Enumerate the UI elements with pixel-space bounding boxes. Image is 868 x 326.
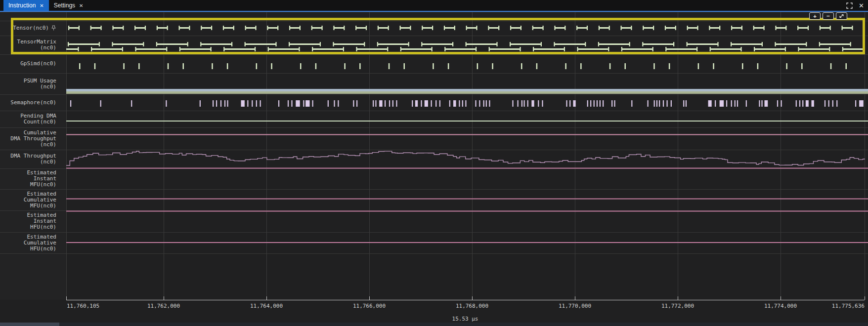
- row-label-text: Estimated Instant HFU(nc0): [27, 212, 56, 230]
- row-label-semaphore: Semaphore(nc0): [0, 94, 66, 111]
- row-label-cumhfu: Estimated Cumulative HFU(nc0): [0, 232, 66, 253]
- row-label-cummfu: Estimated Cumulative MFU(nc0): [0, 189, 66, 210]
- axis-tick-mark: [472, 296, 473, 300]
- fit-to-view-icon: [838, 13, 845, 19]
- row-label-instmfu: Estimated Instant MFU(nc0): [0, 168, 66, 189]
- zoom-out-button[interactable]: −: [823, 12, 834, 20]
- tab-instruction-close-icon[interactable]: ✕: [40, 3, 43, 8]
- row-label-insthfu: Estimated Instant HFU(nc0): [0, 210, 66, 232]
- axis-tick-label: 11,764,000: [250, 303, 283, 309]
- row-label-text: DMA Throughput (nc0): [10, 153, 56, 165]
- pin-icon[interactable]: [51, 25, 56, 31]
- axis-tick-mark: [865, 296, 865, 300]
- axis-tick-label: 11,762,000: [147, 303, 180, 309]
- row-label-text: GpSimd(nc0): [20, 61, 56, 67]
- zoom-fit-button[interactable]: [836, 12, 847, 20]
- tab-instruction-label: Instruction: [8, 2, 36, 9]
- axis-tick-mark: [66, 296, 67, 300]
- tab-settings-label: Settings: [54, 2, 75, 9]
- axis-tick-label: 11,766,000: [353, 303, 386, 309]
- window-controls: ✕: [846, 0, 864, 11]
- duration-label: 15.53 μs: [452, 316, 478, 322]
- axis-tick-mark: [781, 296, 781, 300]
- axis-tick-mark: [266, 296, 267, 300]
- row-label-text: Estimated Instant MFU(nc0): [27, 170, 56, 188]
- axis-tick-mark: [164, 296, 164, 300]
- scrollbar-thumb[interactable]: [0, 323, 59, 326]
- row-label-text: Cumulative DMA Throughput (nc0): [10, 130, 56, 148]
- row-label-text: Semaphore(nc0): [10, 100, 56, 106]
- row-label-tensormatrix: TensorMatrix (nc0): [0, 36, 66, 54]
- axis-tick-label: 11,770,000: [559, 303, 591, 309]
- row-label-cumdma: Cumulative DMA Throughput (nc0): [0, 127, 66, 150]
- tab-settings-close-icon[interactable]: ✕: [79, 3, 83, 8]
- axis-tick-label: 11,774,000: [764, 303, 797, 309]
- zoom-in-button[interactable]: +: [809, 12, 821, 20]
- axis-tick-label: 11,760,105: [67, 303, 99, 309]
- axis-tick-mark: [369, 296, 370, 300]
- tab-bar: Instruction ✕ Settings ✕: [0, 0, 868, 12]
- fullscreen-icon[interactable]: [846, 2, 853, 9]
- window-close-icon[interactable]: ✕: [859, 2, 864, 9]
- row-label-text: Pending DMA Count(nc0): [20, 113, 56, 125]
- axis-tick-mark: [575, 296, 575, 300]
- row-label-dma: DMA Throughput (nc0): [0, 150, 66, 168]
- row-label-pendingdma: Pending DMA Count(nc0): [0, 111, 66, 127]
- row-label-text: PSUM Usage (nc0): [24, 78, 56, 90]
- row-label-tensor: Tensor(nc0): [0, 21, 66, 36]
- row-label-text: TensorMatrix (nc0): [17, 39, 56, 51]
- axis-tick-label: 11,775,636: [832, 303, 865, 309]
- row-label-text: Tensor(nc0): [13, 25, 49, 31]
- profiler-window: Instruction ✕ Settings ✕ ✕ + − 15.53 μs: [0, 0, 868, 326]
- row-label-gpsimd: GpSimd(nc0): [0, 54, 66, 73]
- zoom-toolbar: + −: [809, 12, 847, 20]
- axis-tick-mark: [678, 296, 678, 300]
- row-label-psum: PSUM Usage (nc0): [0, 73, 66, 94]
- axis-tick-label: 11,768,000: [456, 303, 488, 309]
- tab-settings[interactable]: Settings ✕: [49, 0, 88, 11]
- axis-tick-label: 11,772,000: [661, 303, 694, 309]
- trace-canvas[interactable]: [0, 0, 868, 326]
- row-label-text: Estimated Cumulative MFU(nc0): [24, 191, 56, 209]
- row-label-text: Estimated Cumulative HFU(nc0): [24, 234, 56, 252]
- horizontal-scrollbar[interactable]: [0, 323, 868, 326]
- time-axis-line: [66, 300, 865, 300]
- tab-instruction[interactable]: Instruction ✕: [3, 0, 49, 11]
